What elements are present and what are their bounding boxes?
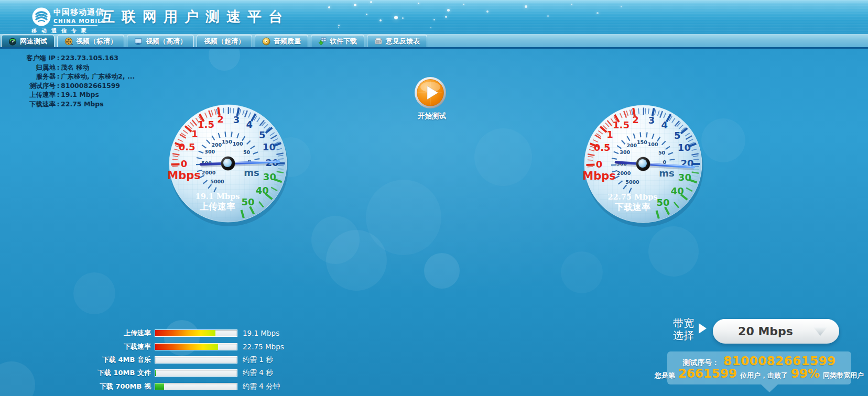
client-info-row: 归属地:茂名 移动 xyxy=(9,63,135,72)
info-label: 归属地 xyxy=(9,63,56,72)
svg-text:50: 50 xyxy=(243,149,251,155)
sparkle-dot xyxy=(430,27,431,28)
svg-text:2000: 2000 xyxy=(202,170,216,175)
svg-text:50: 50 xyxy=(658,150,666,156)
svg-text:1: 1 xyxy=(191,128,198,139)
sparkle-dot xyxy=(354,4,356,6)
bar-track xyxy=(155,383,237,390)
speedtest-page: 中国移动通信 CHINA MOBILE 移动通信专家 互联网用户测速平台 网速测… xyxy=(0,0,868,396)
tab-视频（高清）[interactable]: 视频（高清） xyxy=(127,35,194,47)
info-label: 上传速率 xyxy=(9,90,56,100)
tab-label: 视频（高清） xyxy=(146,37,187,46)
svg-text:0: 0 xyxy=(596,159,603,170)
sparkle-dot xyxy=(525,5,527,8)
client-info-row: 下载速率:22.75 Mbps xyxy=(9,100,135,109)
bandwidth-dropdown[interactable]: 20 Mbps xyxy=(713,319,839,344)
sparkle-dot xyxy=(338,25,340,26)
sparkle-dot xyxy=(338,27,339,28)
sparkle-dot xyxy=(621,6,622,7)
svg-text:5000: 5000 xyxy=(625,179,639,185)
bar-fill xyxy=(155,330,215,336)
rank-suffix: 同类带宽用户 xyxy=(823,371,864,380)
bokeh-circle xyxy=(424,253,460,289)
svg-text:0: 0 xyxy=(181,158,188,169)
start-test-button[interactable]: 开始测试 xyxy=(395,75,469,125)
chevron-down-icon[interactable] xyxy=(813,326,828,337)
svg-text:150: 150 xyxy=(222,139,232,145)
client-info-row: 服务器:广东移动, 广东移动2, ... xyxy=(9,72,135,81)
info-colon: : xyxy=(56,72,61,81)
monitor-icon xyxy=(134,37,143,46)
bandwidth-arrow-icon xyxy=(699,323,707,334)
speed-gauge-icon xyxy=(8,37,17,46)
download-gauge: 00.511.523451020304050Mbps50030020015010… xyxy=(570,91,717,237)
svg-text:3: 3 xyxy=(648,115,655,126)
tab-意见反馈表[interactable]: 意见反馈表 xyxy=(367,35,427,47)
bandwidth-label-line1: 带宽 xyxy=(673,317,694,329)
svg-text:4: 4 xyxy=(661,119,668,130)
estimate-row: 下载 4MB 音乐约需 1 秒 xyxy=(92,356,273,364)
tab-软件下载[interactable]: 软件下载 xyxy=(311,35,364,47)
tab-视频（标清）[interactable]: 视频（标清） xyxy=(57,35,124,47)
panel-tail xyxy=(761,384,778,392)
svg-text:200: 200 xyxy=(211,142,222,148)
sparkle-dot xyxy=(433,19,435,20)
start-test-label: 开始测试 xyxy=(395,112,469,121)
brand-name-en: CHINA MOBILE xyxy=(53,18,100,24)
brand-text: 中国移动通信 CHINA MOBILE xyxy=(53,7,100,24)
page-title: 互联网用户测速平台 xyxy=(101,7,289,26)
rank-prefix: 您是第 xyxy=(655,371,675,380)
svg-text:10: 10 xyxy=(678,142,691,153)
svg-text:1.5: 1.5 xyxy=(613,119,630,130)
bandwidth-label-line2: 选择 xyxy=(673,329,694,342)
bar-label: 下载 4MB 音乐 xyxy=(92,355,151,365)
rank-number: 2661599 xyxy=(678,367,737,380)
svg-text:100: 100 xyxy=(648,141,658,147)
svg-text:2: 2 xyxy=(217,114,224,125)
bar-value: 22.75 Mbps xyxy=(243,343,284,351)
client-info-row: 测试序号:8100082661599 xyxy=(9,81,135,91)
info-label: 测试序号 xyxy=(9,81,56,91)
sparkle-dot xyxy=(463,4,464,5)
client-info-row: 客户端 IP:223.73.105.163 xyxy=(9,53,135,63)
bokeh-circle xyxy=(474,128,532,186)
svg-text:1: 1 xyxy=(606,129,613,140)
bandwidth-selected-value: 20 Mbps xyxy=(713,319,818,344)
tab-音频质量[interactable]: 音频质量 xyxy=(255,35,308,47)
svg-text:Mbps: Mbps xyxy=(582,170,615,182)
sparkle-dot xyxy=(571,4,572,5)
sparkle-dot xyxy=(370,1,372,3)
svg-text:4: 4 xyxy=(246,119,253,130)
sparkle-dot xyxy=(445,16,447,18)
svg-text:40: 40 xyxy=(256,185,269,196)
svg-text:30: 30 xyxy=(678,172,691,183)
bokeh-circle xyxy=(561,251,603,293)
svg-text:ms: ms xyxy=(244,167,259,178)
tab-label: 意见反馈表 xyxy=(386,37,420,46)
tab-视频（超清）[interactable]: 视频（超清） xyxy=(197,35,252,47)
feedback-form-icon xyxy=(374,37,383,46)
svg-text:Mbps: Mbps xyxy=(167,169,200,182)
bokeh-circle xyxy=(311,216,360,264)
bar-label: 下载速率 xyxy=(92,342,151,351)
rank-percent: 99% xyxy=(791,367,820,380)
svg-text:3: 3 xyxy=(233,114,240,125)
client-info-row: 上传速率:19.1 Mbps xyxy=(9,90,135,100)
bokeh-circle xyxy=(73,272,115,314)
sparkle-dot xyxy=(486,10,489,13)
sparkle-dot xyxy=(379,19,382,21)
info-label: 下载速率 xyxy=(9,100,56,109)
bar-track xyxy=(155,356,237,364)
bar-value: 约需 4 分钟 xyxy=(243,382,280,391)
sparkle-dot xyxy=(547,15,549,17)
info-value: 8100082661599 xyxy=(61,81,135,91)
sparkle-dot xyxy=(418,3,419,4)
rank-line: 您是第 2661599 位用户，击败了 99% 同类带宽用户 xyxy=(667,367,851,380)
sparkle-dot xyxy=(366,14,367,15)
bar-label: 上传速率 xyxy=(92,328,151,338)
bar-label: 下载 10MB 文件 xyxy=(92,368,151,378)
brand-divider xyxy=(53,25,97,26)
app-header: 中国移动通信 CHINA MOBILE 移动通信专家 互联网用户测速平台 xyxy=(0,0,868,34)
bar-value: 约需 4 秒 xyxy=(243,368,273,378)
tab-网速测试[interactable]: 网速测试 xyxy=(1,35,55,47)
